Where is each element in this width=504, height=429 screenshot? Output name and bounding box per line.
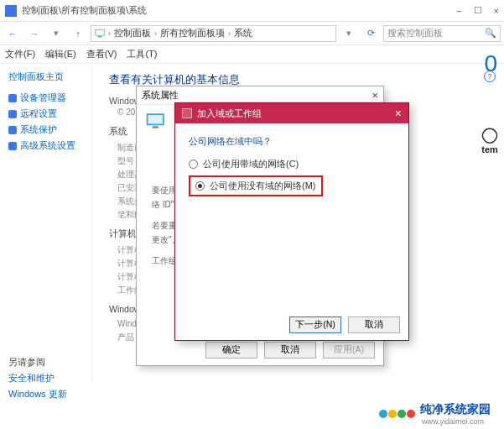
oem-logo: tem — [479, 126, 501, 176]
see-also-windows-update-link[interactable]: Windows 更新 — [8, 388, 67, 400]
radio-icon — [189, 160, 198, 169]
sidebar-item-advanced-settings[interactable]: 高级系统设置 — [8, 139, 83, 152]
wizard-titlebar[interactable]: 加入域或工作组 × — [175, 103, 408, 123]
nav-forward-button[interactable]: → — [25, 24, 44, 43]
menu-bar: 文件(F) 编辑(E) 查看(V) 工具(T) — [0, 45, 504, 64]
window-title-bar: 控制面板\所有控制面板项\系统 − ☐ × — [0, 0, 504, 22]
svg-rect-1 — [98, 36, 102, 38]
watermark-logo — [379, 410, 415, 418]
sidebar-item-remote-settings[interactable]: 远程设置 — [8, 107, 83, 120]
join-domain-wizard-dialog: 加入域或工作组 × 公司网络在域中吗？ 公司使用带域的网络(C) 公司使用没有域… — [174, 102, 409, 341]
breadcrumb-dropdown[interactable]: ▾ — [340, 24, 358, 43]
radio-label: 公司使用没有域的网络(M) — [210, 180, 316, 192]
watermark-brand: 纯净系统家园 — [420, 402, 491, 417]
breadcrumb[interactable]: › 控制面板 › 所有控制面板项 › 系统 — [91, 25, 336, 42]
refresh-button[interactable]: ⟳ — [361, 24, 380, 43]
brand-icon — [481, 126, 499, 144]
nav-bar: ← → ▾ ↑ › 控制面板 › 所有控制面板项 › 系统 ▾ ⟳ 搜索控制面板… — [0, 22, 504, 45]
next-button[interactable]: 下一步(N) — [289, 317, 341, 333]
menu-edit[interactable]: 编辑(E) — [45, 48, 76, 60]
bullet-icon — [8, 142, 17, 150]
radio-icon — [195, 181, 205, 191]
see-also: 另请参阅 安全和维护 Windows 更新 — [8, 356, 67, 400]
watermark-url: www.yidaimei.com — [422, 417, 491, 426]
svg-rect-0 — [96, 29, 105, 35]
breadcrumb-item[interactable]: 所有控制面板项 — [160, 27, 225, 39]
computer-icon — [145, 112, 169, 130]
radio-option-without-domain[interactable]: 公司使用没有域的网络(M) — [195, 180, 316, 192]
breadcrumb-item[interactable]: 系统 — [234, 27, 252, 39]
see-also-security-link[interactable]: 安全和维护 — [8, 372, 67, 385]
breadcrumb-item[interactable]: 控制面板 — [114, 27, 151, 39]
nav-recent-button[interactable]: ▾ — [47, 24, 65, 43]
menu-tools[interactable]: 工具(T) — [127, 48, 157, 60]
search-placeholder: 搜索控制面板 — [387, 27, 443, 39]
radio-label: 公司使用带域的网络(C) — [203, 158, 299, 170]
wizard-question: 公司网络在域中吗？ — [189, 135, 395, 148]
annotation-highlight: 公司使用没有域的网络(M) — [189, 175, 323, 196]
dialog-title: 系统属性 — [142, 89, 179, 102]
ok-button[interactable]: 确定 — [205, 342, 257, 358]
nav-up-button[interactable]: ↑ — [69, 24, 87, 43]
wizard-cancel-button[interactable]: 取消 — [348, 317, 400, 333]
sidebar: 控制面板主页 设备管理器 远程设置 系统保护 高级系统设置 — [0, 64, 92, 383]
wizard-title: 加入域或工作组 — [197, 107, 262, 120]
minimize-button[interactable]: − — [456, 6, 461, 16]
search-input[interactable]: 搜索控制面板 🔍 — [383, 25, 501, 42]
bullet-icon — [8, 94, 17, 102]
bullet-icon — [8, 110, 17, 118]
monitor-icon — [95, 29, 105, 39]
nav-back-button[interactable]: ← — [3, 24, 22, 43]
bullet-icon — [8, 126, 17, 134]
maximize-button[interactable]: ☐ — [474, 5, 482, 16]
menu-file[interactable]: 文件(F) — [5, 48, 35, 60]
dialog-close-button[interactable]: × — [372, 89, 378, 102]
wizard-icon — [182, 108, 192, 118]
see-also-header: 另请参阅 — [8, 356, 67, 369]
close-button[interactable]: × — [494, 6, 499, 16]
windows-version-number: 0 — [484, 50, 497, 77]
sidebar-item-system-protection[interactable]: 系统保护 — [8, 123, 83, 136]
sidebar-item-device-manager[interactable]: 设备管理器 — [8, 92, 83, 104]
watermark: 纯净系统家园 www.yidaimei.com — [379, 402, 491, 426]
apply-button[interactable]: 应用(A) — [323, 342, 375, 358]
search-icon: 🔍 — [485, 28, 496, 39]
window-title: 控制面板\所有控制面板项\系统 — [22, 4, 456, 17]
app-icon — [5, 5, 17, 17]
svg-rect-3 — [148, 115, 164, 124]
wizard-close-button[interactable]: × — [395, 107, 402, 120]
cancel-button[interactable]: 取消 — [264, 342, 316, 358]
control-panel-home-link[interactable]: 控制面板主页 — [8, 71, 83, 83]
svg-rect-4 — [153, 126, 158, 128]
menu-view[interactable]: 查看(V) — [86, 48, 117, 60]
radio-option-with-domain[interactable]: 公司使用带域的网络(C) — [189, 158, 395, 170]
